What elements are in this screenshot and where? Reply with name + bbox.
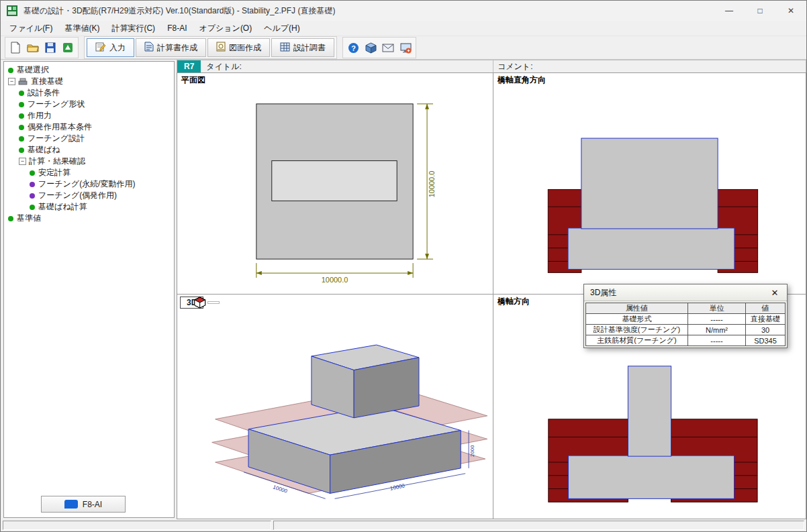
three-d-canvas[interactable]: 10000 10000 2000 xyxy=(177,295,493,519)
attributes-dialog-titlebar[interactable]: 3D属性 ✕ xyxy=(584,284,787,301)
rebar-3d-viewer-icon[interactable] xyxy=(59,39,77,56)
menu-item-3[interactable]: 計算実行(C) xyxy=(105,21,161,36)
green-status-dot-icon xyxy=(19,148,24,153)
statusbar xyxy=(1,519,806,531)
menu-item-4[interactable]: F8-AI xyxy=(161,22,193,34)
tree-item-11[interactable]: フーチング(永続/変動作用) xyxy=(5,178,174,190)
record-button[interactable]: 設計調書 xyxy=(271,38,334,57)
dialog-close-icon[interactable]: ✕ xyxy=(769,288,781,298)
menu-item-2[interactable]: 基準値(K) xyxy=(58,21,105,36)
navigation-tree: 基礎選択−直接基礎設計条件フーチング形状作用力偶発作用基本条件フーチング設計基礎… xyxy=(4,62,174,224)
maximize-button[interactable]: □ xyxy=(745,1,775,21)
f8-ai-button[interactable]: F8-AI xyxy=(41,496,126,513)
file-tool-group xyxy=(5,37,79,58)
open-file-button[interactable] xyxy=(24,39,42,56)
close-button[interactable]: ✕ xyxy=(775,1,806,21)
titlebar[interactable]: 基礎の設計・3D配筋(R7/H29道示対応) Ver.10(Standard版)… xyxy=(1,1,806,21)
save-button[interactable] xyxy=(42,39,59,56)
app-icon xyxy=(6,5,18,17)
attributes-cell: 主鉄筋材質(フーチング) xyxy=(586,335,688,346)
tree-item-label: 基礎ばね xyxy=(28,144,60,156)
tree-item-13[interactable]: 基礎ばね計算 xyxy=(5,201,174,213)
green-status-dot-icon xyxy=(30,170,35,176)
help-icon[interactable]: ? xyxy=(344,39,362,56)
new-file-button[interactable] xyxy=(7,39,24,56)
tree-item-7[interactable]: フーチング設計 xyxy=(5,133,174,144)
tree-item-label: 基準値 xyxy=(17,213,41,224)
view-cube-strip xyxy=(207,301,220,304)
title-label: タイトル: xyxy=(206,61,241,72)
attributes-cell: ----- xyxy=(688,314,746,325)
r7-badge: R7 xyxy=(177,60,201,72)
drawing-icon xyxy=(216,42,226,54)
tree-item-4[interactable]: フーチング形状 xyxy=(5,99,174,110)
plan-view-title: 平面図 xyxy=(181,74,205,86)
input-button[interactable]: 入力 xyxy=(87,38,134,57)
attributes-dialog-title: 3D属性 xyxy=(590,287,616,299)
window-title: 基礎の設計・3D配筋(R7/H29道示対応) Ver.10(Standard版)… xyxy=(23,5,335,17)
plan-dim-width: 10000.0 xyxy=(322,276,348,284)
sidebar: 基礎選択−直接基礎設計条件フーチング形状作用力偶発作用基本条件フーチング設計基礎… xyxy=(1,60,177,519)
menu-item-1[interactable]: ファイル(F) xyxy=(3,21,58,36)
comment-label: コメント: xyxy=(497,61,532,72)
status-pane-right xyxy=(273,521,804,530)
attributes-cell: SD345 xyxy=(746,335,786,346)
tree-item-2[interactable]: −直接基礎 xyxy=(5,76,174,87)
package-3d-icon[interactable] xyxy=(362,39,379,56)
navigation-tree-box: 基礎選択−直接基礎設計条件フーチング形状作用力偶発作用基本条件フーチング設計基礎… xyxy=(3,61,175,518)
tree-item-6[interactable]: 偶発作用基本条件 xyxy=(5,121,174,133)
tree-item-label: フーチング(永続/変動作用) xyxy=(38,178,135,190)
tree-item-10[interactable]: 安定計算 xyxy=(5,167,174,178)
tree-item-label: 設計条件 xyxy=(28,87,60,99)
green-status-dot-icon xyxy=(19,125,24,130)
plan-view-canvas: 10000.0 10000.0 xyxy=(177,73,493,294)
tree-item-12[interactable]: フーチング(偶発作用) xyxy=(5,190,174,201)
tree-item-5[interactable]: 作用力 xyxy=(5,110,174,121)
green-status-dot-icon xyxy=(19,136,24,142)
attributes-table: 属性値単位値 基礎形式-----直接基礎設計基準強度(フーチング)N/mm²30… xyxy=(585,303,786,346)
tree-item-8[interactable]: 基礎ばね xyxy=(5,144,174,156)
tree-item-3[interactable]: 設計条件 xyxy=(5,87,174,99)
report-button[interactable]: 計算書作成 xyxy=(136,38,206,57)
tree-item-label: 計算・結果確認 xyxy=(29,156,85,167)
tree-item-1[interactable]: 基礎選択 xyxy=(5,64,174,76)
attributes-header-cell: 値 xyxy=(746,303,786,314)
attributes-table-header-row: 属性値単位値 xyxy=(586,303,786,314)
attributes-cell: 設計基準強度(フーチング) xyxy=(586,325,688,335)
status-pane-left xyxy=(3,521,271,530)
green-status-dot-icon xyxy=(30,205,35,210)
tree-item-9[interactable]: −計算・結果確認 xyxy=(5,156,174,167)
three-d-dim-front: 10000 xyxy=(389,482,406,491)
minimize-button[interactable]: — xyxy=(714,1,745,21)
green-status-dot-icon xyxy=(19,102,24,107)
attributes-row-3: 主鉄筋材質(フーチング)-----SD345 xyxy=(586,335,786,346)
attributes-header-cell: 属性値 xyxy=(586,303,688,314)
tree-item-label: 作用力 xyxy=(28,110,52,121)
mail-icon[interactable] xyxy=(379,39,397,56)
tree-item-label: 直接基礎 xyxy=(31,76,63,87)
tree-item-14[interactable]: 基準値 xyxy=(5,213,174,224)
green-status-dot-icon xyxy=(8,68,13,73)
purple-status-dot-icon xyxy=(30,193,35,199)
drawing-button[interactable]: 図面作成 xyxy=(207,38,270,57)
three-d-dim-height: 2000 xyxy=(469,445,475,457)
menu-item-5[interactable]: オプション(O) xyxy=(193,21,258,36)
toolbar: 入力 計算書作成 図面作成 設計調書 xyxy=(1,36,806,60)
attributes-header-cell: 単位 xyxy=(688,303,746,314)
attributes-cell: 直接基礎 xyxy=(746,314,786,325)
menu-item-6[interactable]: ヘルプ(H) xyxy=(258,21,306,36)
attributes-dialog: 3D属性 ✕ 属性値単位値 基礎形式-----直接基礎設計基準強度(フーチング)… xyxy=(583,284,788,348)
expander-icon[interactable]: − xyxy=(19,158,26,165)
record-icon xyxy=(280,42,290,54)
tree-item-label: フーチング設計 xyxy=(28,133,85,144)
green-status-dot-icon xyxy=(8,216,13,221)
record-button-label: 設計調書 xyxy=(293,42,326,54)
svg-text:?: ? xyxy=(351,44,356,52)
web-update-icon[interactable] xyxy=(397,39,414,56)
three-d-toolbar: 3D xyxy=(180,297,220,309)
expander-icon[interactable]: − xyxy=(8,78,15,85)
purple-status-dot-icon xyxy=(30,182,35,187)
app-window: 基礎の設計・3D配筋(R7/H29道示対応) Ver.10(Standard版)… xyxy=(0,0,807,532)
footing-outline xyxy=(568,456,734,498)
menubar: ファイル(F)基準値(K)計算実行(C)F8-AIオプション(O)ヘルプ(H) xyxy=(1,21,806,36)
